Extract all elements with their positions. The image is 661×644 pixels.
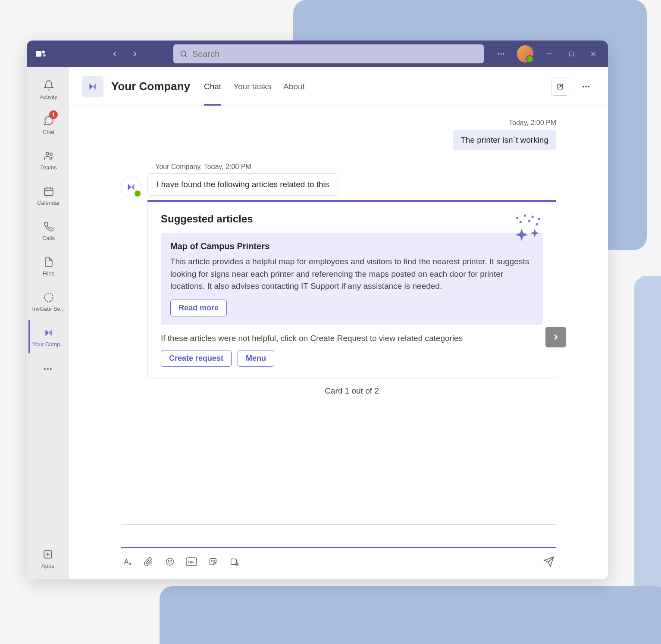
svg-point-1 <box>42 50 45 53</box>
svg-rect-9 <box>569 52 573 56</box>
article-title: Map of Campus Printers <box>170 241 533 251</box>
rail-label: Calendar <box>37 200 60 206</box>
carousel-next-button[interactable] <box>545 327 566 347</box>
bot-meta: Your Company. Today, 2:00 PM <box>155 163 556 171</box>
rail-label: InvGate Se... <box>32 306 65 312</box>
rail-more-button[interactable] <box>38 359 58 381</box>
svg-point-6 <box>500 53 501 54</box>
rail-label: Chat <box>43 129 54 135</box>
send-button[interactable] <box>542 554 556 569</box>
svg-point-2 <box>43 54 46 57</box>
svg-point-20 <box>47 368 49 370</box>
svg-point-38 <box>171 560 172 561</box>
bell-icon <box>42 79 55 92</box>
bg-decoration <box>160 586 661 644</box>
card-counter: Card 1 out of 2 <box>147 378 556 398</box>
more-compose-icon[interactable] <box>229 556 241 568</box>
svg-point-32 <box>538 218 540 220</box>
sticker-icon[interactable] <box>207 556 219 568</box>
chat-badge: 1 <box>49 110 58 119</box>
window-maximize-button[interactable] <box>562 45 580 63</box>
svg-point-28 <box>588 86 590 88</box>
header-more-button[interactable] <box>577 78 595 96</box>
rail-label: Files <box>43 270 54 277</box>
window-minimize-button[interactable] <box>540 45 558 63</box>
svg-line-4 <box>185 56 187 57</box>
format-icon[interactable] <box>121 556 133 568</box>
tab-about[interactable]: About <box>283 67 305 106</box>
nav-back-button[interactable] <box>107 46 123 62</box>
rail-label: Your Comp... <box>32 341 65 347</box>
card-title: Suggested articles <box>161 213 543 225</box>
chat-header: Your Company Chat Your tasks About <box>69 67 608 106</box>
svg-point-7 <box>503 53 504 54</box>
search-input[interactable] <box>192 49 478 59</box>
rail-your-company[interactable]: Your Comp... <box>28 320 67 353</box>
attach-icon[interactable] <box>142 556 154 568</box>
phone-icon <box>42 220 55 233</box>
svg-rect-14 <box>44 188 53 195</box>
svg-point-41 <box>211 560 212 561</box>
search-box[interactable] <box>173 44 484 63</box>
svg-point-13 <box>50 153 52 155</box>
header-tabs: Chat Your tasks About <box>204 67 305 106</box>
tab-your-tasks[interactable]: Your tasks <box>233 67 271 106</box>
rail-activity[interactable]: Activity <box>28 72 67 106</box>
svg-rect-0 <box>36 51 41 57</box>
rail-apps[interactable]: Apps <box>28 541 67 575</box>
svg-point-31 <box>532 216 534 218</box>
emoji-icon[interactable] <box>164 556 176 568</box>
company-logo <box>82 76 103 97</box>
chat-area: Today, 2:00 PM The printer isn´t working… <box>69 106 608 516</box>
svg-point-30 <box>524 215 526 217</box>
svg-point-27 <box>585 86 587 88</box>
composer-toolbar: GIF <box>121 554 556 569</box>
rail-files[interactable]: Files <box>28 249 67 283</box>
timestamp: Today, 2:00 PM <box>121 119 556 127</box>
titlebar-more-button[interactable] <box>492 45 510 63</box>
rail-calendar[interactable]: Calendar <box>28 178 67 212</box>
create-request-button[interactable]: Create request <box>161 350 232 367</box>
suggested-articles-card: Suggested articles Map of Campus Printer… <box>147 200 556 378</box>
composer: GIF <box>69 516 608 579</box>
rail-teams[interactable]: Teams <box>28 143 67 177</box>
rail-calls[interactable]: Calls <box>28 214 67 247</box>
window-close-button[interactable] <box>584 45 602 63</box>
main-content: Your Company Chat Your tasks About Today… <box>69 67 608 579</box>
rail-label: Teams <box>40 164 56 171</box>
gif-icon[interactable]: GIF <box>185 556 197 568</box>
tab-chat[interactable]: Chat <box>204 67 221 106</box>
menu-button[interactable]: Menu <box>238 350 274 367</box>
teams-icon <box>42 150 55 163</box>
article-box: Map of Campus Printers This article prov… <box>161 233 543 325</box>
teams-logo-icon <box>33 46 48 62</box>
calendar-icon <box>42 185 55 198</box>
compose-input[interactable] <box>121 524 556 548</box>
svg-point-34 <box>536 223 538 225</box>
svg-point-18 <box>44 293 53 302</box>
rail-label: Calls <box>42 235 55 241</box>
page-title: Your Company <box>111 80 190 93</box>
nav-forward-button[interactable] <box>127 46 143 62</box>
rail-label: Activity <box>40 94 57 100</box>
svg-point-33 <box>528 220 530 222</box>
titlebar <box>27 41 608 67</box>
popout-button[interactable] <box>551 78 569 96</box>
svg-point-26 <box>583 86 584 88</box>
rail-invgate[interactable]: InvGate Se... <box>28 284 67 318</box>
svg-text:GIF: GIF <box>188 560 195 564</box>
bg-decoration <box>634 276 661 629</box>
app-rail: Activity 1 Chat Teams Calendar Calls <box>27 67 69 579</box>
company-icon <box>42 326 55 339</box>
svg-point-19 <box>44 368 46 370</box>
read-more-button[interactable]: Read more <box>170 300 227 316</box>
invgate-icon <box>42 291 55 304</box>
svg-point-12 <box>46 152 49 155</box>
rail-chat[interactable]: 1 Chat <box>28 108 67 141</box>
svg-point-3 <box>181 51 186 56</box>
rail-label: Apps <box>41 563 54 569</box>
svg-point-21 <box>50 368 52 370</box>
svg-point-35 <box>520 221 522 223</box>
bot-message: I have found the following articles rela… <box>147 173 338 196</box>
user-avatar[interactable] <box>517 45 534 63</box>
